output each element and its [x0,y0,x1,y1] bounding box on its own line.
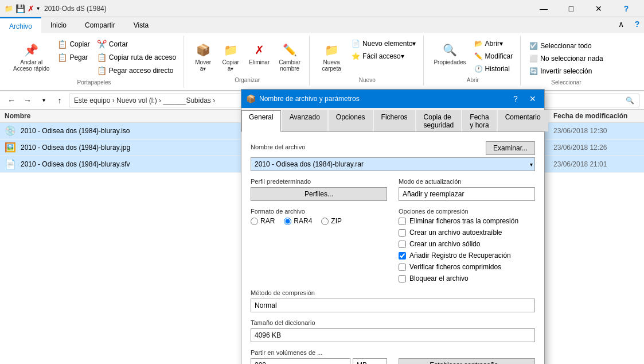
ribbon-collapse-btn[interactable]: ∧ [614,17,628,31]
header-date: Fecha de modificación [553,112,639,120]
open-icon: 📂 [474,40,483,48]
ribbon-btn-modificar[interactable]: ✏️ Modificar [471,51,516,62]
move-icon: 📦 [194,41,212,59]
volumenes-label: Partir en volúmenes de ... [251,349,387,356]
check-solido[interactable]: Crear un archivo sólido [399,240,535,248]
tab-inicio[interactable]: Inicio [41,17,76,33]
diccionario-label: Tamaño del diccionario [251,319,535,326]
history-icon: 🕐 [474,65,483,73]
ribbon-btn-historial[interactable]: 🕐 Historial [471,63,516,75]
modal-tab-general[interactable]: General [241,110,281,132]
nuevo-btns: 📁 Nuevacarpeta 📄 Nuevo elemento▾ ⭐ Fácil… [315,38,419,75]
modal-tab-ficheros[interactable]: Ficheros [374,110,415,131]
diccionario-wrapper: 128 KB 256 KB 512 KB 1024 KB 2048 KB 409… [251,328,535,342]
radio-zip[interactable]: ZIP [321,217,342,225]
metodo-label: Método de compresión [251,289,535,296]
organizar-btns: 📦 Movera▾ 📁 Copiara▾ ✗ Eliminar ✏️ Cambi… [190,38,305,75]
examinar-button[interactable]: Examinar... [486,141,535,155]
ribbon-help-btn[interactable]: ? [630,17,644,31]
paste-link-icon: 📋 [97,66,107,75]
ribbon-btn-facil-acceso[interactable]: ⭐ Fácil acceso▾ [349,51,419,62]
back-button[interactable]: ← [5,94,18,107]
modal-tab-opciones[interactable]: Opciones [329,110,373,131]
password-col: Establecer contraseña... [399,349,535,364]
volumenes-unit-select[interactable]: KB MB GB [353,358,387,364]
modo-select[interactable]: Añadir y reemplazar Actualizar y añadir … [399,187,535,201]
recent-button[interactable]: ▾ [37,94,50,107]
ribbon-btn-no-seleccionar[interactable]: ⬜ No seleccionar nada [526,53,606,64]
ribbon-btn-copiar-a[interactable]: 📁 Copiara▾ [217,38,244,75]
up-button[interactable]: ↑ [53,94,67,107]
ribbon-btn-cortar[interactable]: ✂️ Cortar [94,38,179,51]
modal-tab-fecha[interactable]: Fecha y hora [462,110,496,131]
file-date: 23/06/2018 12:30 [553,127,639,135]
metodo-row: Método de compresión Almacenar Más rápid… [251,289,535,312]
ribbon-btn-nuevo-elemento[interactable]: 📄 Nuevo elemento▾ [349,38,419,49]
volumenes-col: Partir en volúmenes de ... 200 100 700 4… [251,349,387,364]
tab-vista[interactable]: Vista [124,17,158,33]
ribbon-btn-seleccionar-todo[interactable]: ☑️ Seleccionar todo [526,40,606,52]
ribbon-btn-copiar[interactable]: 📋 Copiar [54,38,92,51]
check-verificar[interactable]: Verificar ficheros comprimidos [399,263,535,271]
maximize-button[interactable]: □ [558,0,584,17]
diccionario-row: Tamaño del diccionario 128 KB 256 KB 512… [251,319,535,342]
tab-compartir[interactable]: Compartir [76,17,124,33]
modal-tab-copia[interactable]: Copia de seguridad [416,110,462,131]
ribbon-btn-cambiar-nombre[interactable]: ✏️ Cambiarnombre [275,38,305,75]
ribbon-body: 📌 Anclar alAcceso rápido 📋 Copiar 📋 Pega… [0,33,644,91]
ribbon-btn-abrir[interactable]: 📂 Abrir▾ [471,38,516,49]
ribbon-group-btns: 📌 Anclar alAcceso rápido 📋 Copiar 📋 Pega… [9,38,179,77]
file-icon: 🖼️ [5,142,16,153]
ribbon-btn-pegar-acceso[interactable]: 📋 Pegar acceso directo [94,64,179,77]
radio-rar[interactable]: RAR [251,217,275,225]
volumenes-value-select[interactable]: 200 100 700 4480 [251,358,350,364]
ribbon-btn-invertir[interactable]: 🔄 Invertir selección [526,65,606,77]
ribbon: Archivo Inicio Compartir Vista ∧ ? 📌 Anc… [0,17,644,91]
minimize-button[interactable]: — [530,0,557,17]
ribbon-btn-mover[interactable]: 📦 Movera▾ [190,38,216,75]
check-registro[interactable]: Añadir Registro de Recuperación [399,251,535,260]
filename-wrapper: 2010 - Odisea dos (1984)-bluray.rar ▾ [251,157,535,171]
ribbon-btn-propiedades[interactable]: 🔍 Propiedades [430,38,470,75]
ribbon-btn-pegar[interactable]: 📋 Pegar [54,51,92,64]
modal-close-button[interactable]: ✕ [526,93,540,104]
check-bloquear[interactable]: Bloquear el archivo [399,274,535,282]
modal-help-button[interactable]: ? [509,93,522,104]
title-bar-icons: 📁 💾 ✗ ▾ [5,4,40,13]
copy-icon: 📋 [57,40,67,49]
forward-button[interactable]: → [21,94,34,107]
ribbon-btn-anclar[interactable]: 📌 Anclar alAcceso rápido [9,38,53,77]
cut-icon: ✂️ [97,40,107,49]
modal-dialog: 📦 Nombre de archivo y parámetros ? ✕ Gen… [241,89,545,364]
modal-tab-avanzado[interactable]: Avanzado [282,110,327,131]
help-button[interactable]: ? [613,0,639,17]
copy-path-icon: 📋 [97,53,107,62]
modal-title-icon: 📦 [246,94,256,103]
filename-input[interactable]: 2010 - Odisea dos (1984)-bluray.rar [251,157,535,171]
radio-rar4[interactable]: RAR4 [284,217,312,225]
check-eliminar[interactable]: Eliminar ficheros tras la compresión [399,217,535,225]
ribbon-btn-copiar-ruta[interactable]: 📋 Copiar ruta de acceso [94,51,179,64]
title-bar: 📁 💾 ✗ ▾ 2010-Ods dS (1984) — □ ✕ ? [0,0,644,17]
title-bar-controls: — □ ✕ ? [530,0,639,17]
password-button[interactable]: Establecer contraseña... [399,358,535,364]
ribbon-btn-nueva-carpeta[interactable]: 📁 Nuevacarpeta [315,38,348,75]
perfiles-button[interactable]: Perfiles... [251,187,387,201]
opciones-col: Opciones de compresión Eliminar ficheros… [399,208,535,282]
file-icon: 💿 [5,125,16,137]
ribbon-btn-eliminar[interactable]: ✗ Eliminar [245,38,274,75]
check-autoextraible[interactable]: Crear un archivo autoextraíble [399,229,535,237]
tab-archivo[interactable]: Archivo [0,17,41,33]
perfil-modo-row: Perfil predeterminado Perfiles... Modo d… [251,178,535,201]
diccionario-select[interactable]: 128 KB 256 KB 512 KB 1024 KB 2048 KB 409… [251,328,535,342]
metodo-select[interactable]: Almacenar Más rápido Rápido Normal Bueno… [251,299,535,312]
modo-col: Modo de actualización Añadir y reemplaza… [399,178,535,201]
close-button[interactable]: ✕ [586,0,612,17]
file-date: 23/06/2018 12:26 [553,144,639,152]
filename-group: Nombre del archivo Examinar... 2010 - Od… [251,141,535,171]
ribbon-tabs: Archivo Inicio Compartir Vista ∧ ? [0,17,644,33]
modal-tab-comentario[interactable]: Comentario [498,110,548,131]
ribbon-group-portapapeles: 📌 Anclar alAcceso rápido 📋 Copiar 📋 Pega… [5,36,184,88]
properties-icon: 🔍 [441,41,459,59]
pin-icon: 📌 [22,41,41,59]
